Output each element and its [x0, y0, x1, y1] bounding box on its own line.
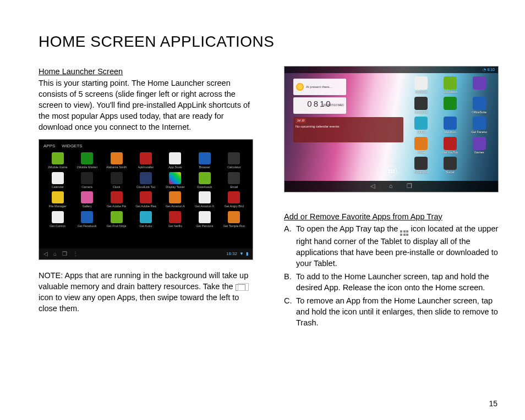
- list-label-b: B.: [284, 271, 296, 293]
- app-icon: Get Angry Bird: [221, 191, 247, 209]
- status-time: 8:10: [487, 68, 495, 71]
- item-b-text: To add to the Home Launcher screen, tap …: [296, 271, 499, 293]
- calendar-body: No upcoming calendar events: [296, 124, 401, 129]
- list-item: C. To remove an App from the Home Launch…: [284, 295, 499, 328]
- app-icon: Get Adobe Fla: [103, 191, 129, 209]
- left-column: Home Launcher Screen This is your starti…: [39, 66, 253, 330]
- app-icon: Get Facebook: [74, 211, 100, 229]
- home-app-icon: Pulse: [409, 137, 434, 155]
- clock-widget: 2013/07/10 WED 0810: [293, 97, 346, 114]
- app-icon: Email: [221, 172, 247, 190]
- recents-stack-icon: [236, 284, 245, 291]
- app-icon: Get Amazon K: [192, 191, 217, 209]
- page-number: 15: [489, 399, 497, 408]
- home-app-icon: Social: [438, 157, 463, 175]
- app-icon: CloudLink Too: [133, 172, 158, 190]
- app-icon: Clock: [103, 172, 129, 190]
- screenshot-home-launcher: ◔ 8:10 At present there... 2013/07/10 WE…: [284, 66, 499, 192]
- home-icon: ⌂: [53, 250, 57, 258]
- item-c-text: To remove an App from the Home Launcher …: [296, 295, 499, 328]
- calendar-header: Jul 10: [296, 118, 306, 123]
- home-app-icon: [467, 76, 491, 95]
- section-heading-apptray: Add or Remove Favorite Apps from App Tra…: [284, 211, 499, 222]
- weather-text: At present there...: [306, 85, 332, 89]
- battery-icon: ▮: [246, 251, 248, 257]
- note-text-pre: NOTE: Apps that are running in the backg…: [39, 271, 248, 291]
- home-app-icon: Maxthon: [438, 117, 463, 135]
- right-column: ◔ 8:10 At present there... 2013/07/10 WE…: [284, 66, 499, 330]
- app-icon: Get Comics: [45, 211, 70, 229]
- recents-icon: ❐: [407, 182, 412, 190]
- app-icon: Downloads: [192, 172, 217, 190]
- app-icon: Alabama Smith: [103, 152, 129, 170]
- screenshot-app-drawer: APPS WIDGETS 1Mobile Game1Mobile MarketA…: [39, 139, 253, 260]
- app-icon: Calendar: [45, 172, 70, 190]
- app-tray-button-icon: [386, 165, 397, 176]
- home-app-icon: [438, 97, 463, 115]
- home-app-icon: KIDOZ: [409, 117, 434, 135]
- note-block: NOTE: Apps that are running in the backg…: [39, 270, 253, 314]
- app-icon: App Store: [162, 152, 188, 170]
- home-icon: ⌂: [389, 182, 393, 190]
- app-icon: Get Adobe Rea: [133, 191, 158, 209]
- wifi-icon: ▼: [239, 251, 244, 257]
- app-icon: Get Netflix: [162, 211, 188, 229]
- calendar-widget: Jul 10 No upcoming calendar events: [293, 117, 403, 142]
- menu-icon: ⋮: [73, 250, 78, 258]
- home-app-icon: OfficeSuite: [467, 97, 491, 115]
- recents-icon: ❐: [62, 250, 67, 258]
- note-text-post: icon to view any open Apps, then swipe t…: [39, 293, 239, 313]
- list-label-c: C.: [284, 295, 296, 328]
- list-label-a: A.: [284, 223, 296, 269]
- app-icon: Display Tester: [162, 172, 188, 190]
- home-app-icon: Get Facebo: [467, 117, 491, 135]
- app-icon: Get Kobo: [133, 211, 158, 229]
- page-title: HOME SCREEN APPLICATIONS: [39, 33, 497, 51]
- back-icon: ◁: [370, 182, 375, 190]
- app-icon: 1Mobile Game: [45, 152, 70, 170]
- home-app-icon: Get YouTub: [438, 137, 463, 155]
- sun-icon: [296, 83, 304, 91]
- launcher-description: This is your starting point. The Home La…: [39, 78, 253, 132]
- app-icon: Get Fruit Ninja: [103, 211, 129, 229]
- list-item: B. To add to the Home Launcher screen, t…: [284, 271, 499, 293]
- nav-bar: ◁ ⌂ ❐: [285, 181, 498, 192]
- weather-widget: At present there...: [293, 79, 346, 95]
- section-heading-launcher: Home Launcher Screen: [39, 66, 253, 77]
- app-icon: 1Mobile Market: [74, 152, 100, 170]
- app-tray-grid-icon: [400, 230, 408, 236]
- clock-date: 2013/07/10 WED: [323, 98, 344, 112]
- nav-system-icons: ◁ ⌂ ❐ ⋮: [43, 250, 78, 258]
- list-item: A. To open the App Tray tap the icon loc…: [284, 223, 499, 269]
- app-icon: Gallery: [74, 191, 100, 209]
- item-a-pre: To open the App Tray tap the: [296, 224, 400, 233]
- home-app-icon: Productivit: [409, 157, 434, 175]
- home-app-icon: AppStore: [409, 76, 434, 95]
- tab-widgets: WIDGETS: [62, 143, 82, 149]
- app-icon: Get Temple Run: [221, 211, 247, 229]
- app-icon: Get Amazon A: [162, 191, 188, 209]
- status-clock: 18:32: [226, 251, 237, 257]
- home-app-icon: 1MobileM: [438, 76, 463, 95]
- back-icon: ◁: [43, 250, 48, 258]
- app-icon: Camera: [74, 172, 100, 190]
- app-icon: ApkInstaller: [133, 152, 158, 170]
- app-icon: Browser: [192, 152, 217, 170]
- app-icon: Get Pandora: [192, 211, 217, 229]
- home-app-icon: Games: [467, 137, 491, 155]
- tab-apps: APPS: [43, 143, 55, 149]
- app-icon: File Manager: [45, 191, 70, 209]
- home-app-icon: CloudLink: [409, 97, 434, 115]
- app-icon: Calculator: [221, 152, 247, 170]
